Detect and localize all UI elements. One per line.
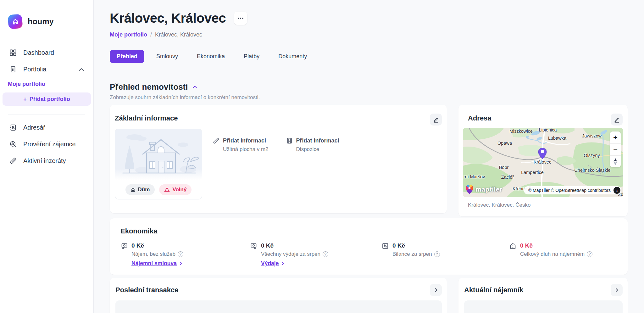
sidebar-item-portfolia[interactable]: Portfolia (0, 61, 93, 78)
tenant-open-button[interactable] (611, 284, 623, 296)
balance-icon (381, 242, 389, 250)
chevron-right-icon (281, 261, 284, 265)
chevron-right-icon (435, 288, 437, 292)
address-title: Adresa (468, 114, 623, 122)
economy-label: Všechny výdaje za srpen (261, 251, 320, 257)
more-options-button[interactable] (234, 12, 247, 25)
tab-prehled[interactable]: Přehled (110, 50, 144, 63)
collapse-chevron-up-icon[interactable] (192, 86, 197, 88)
dashboard-grid-icon (9, 49, 17, 56)
property-type-badge: Dům (125, 184, 155, 195)
map-label: rní Maršov (464, 174, 485, 179)
sidebar-item-aktivni-inzeraty[interactable]: Aktivní inzeráty (0, 153, 93, 169)
add-info-link[interactable]: Přidat informaci (223, 137, 266, 144)
help-icon[interactable] (434, 251, 440, 257)
house-illustration (115, 129, 202, 180)
transactions-title: Poslední transakce (115, 286, 179, 294)
edit-basic-info-button[interactable] (430, 114, 442, 126)
tab-platby[interactable]: Platby (237, 50, 266, 63)
rent-contract-link[interactable]: Nájemní smlouva (131, 260, 183, 267)
tenant-title: Aktuální nájemník (464, 286, 523, 294)
rent-income-icon (120, 242, 128, 250)
economy-item-rent: 0 Kč Nájem, bez služeb Nájemní smlouva (120, 242, 250, 267)
map-label: Královec (534, 159, 551, 165)
basic-info-title: Základní informace (115, 114, 442, 122)
map-pin-icon (538, 148, 547, 159)
search-person-icon (9, 141, 17, 148)
section-title: Přehled nemovitosti (110, 82, 188, 92)
page-title: Královec, Královec (110, 11, 226, 26)
zoom-in-button[interactable]: + (610, 131, 621, 143)
maptiler-logo[interactable]: maptiler (465, 184, 502, 194)
map-label: Lipienica (539, 128, 557, 132)
economy-label: Bilance za srpen (392, 251, 432, 257)
tab-smlouvy[interactable]: Smlouvy (149, 50, 185, 63)
map-label: Miszkowice (509, 129, 533, 134)
sidebar-item-provereni-zajemce[interactable]: Prověření zájemce (0, 136, 93, 153)
economy-label: Nájem, bez služeb (131, 251, 175, 257)
add-info-link[interactable]: Přidat informaci (296, 137, 339, 144)
map-label: Bobr (499, 165, 509, 170)
sidebar-link-my-portfolio[interactable]: Moje portfolio (0, 78, 93, 87)
sidebar-item-label: Adresář (23, 124, 45, 131)
ruler-icon (213, 137, 219, 144)
property-photo-placeholder: Dům Volný (115, 129, 202, 199)
add-info-area-item: Přidat informaci Užitná plocha v m2 (213, 137, 269, 199)
breadcrumb-current: Královec, Královec (155, 31, 202, 38)
tab-ekonomika[interactable]: Ekonomika (190, 50, 232, 63)
sidebar-divider (8, 115, 85, 115)
edit-address-button[interactable] (611, 114, 623, 126)
plus-icon: + (23, 96, 27, 103)
economy-value: 0 Kč (131, 242, 183, 249)
expenses-icon (250, 242, 258, 250)
map[interactable]: Miszkowice Lipienica Lubawka Jawiszów Op… (463, 128, 623, 197)
occupancy-status-badge: Volný (159, 184, 192, 195)
breadcrumb: Moje portfolio / Královec, Královec (110, 31, 628, 39)
houmy-logo-icon (8, 14, 23, 29)
economy-item-debt: 0 Kč Celkový dluh na nájemném (509, 242, 617, 267)
economy-item-expenses: 0 Kč Všechny výdaje za srpen Výdaje (250, 242, 381, 267)
tab-bar: Přehled Smlouvy Ekonomika Platby Dokumen… (110, 50, 628, 63)
sidebar-item-label: Portfolia (23, 66, 46, 73)
help-icon[interactable] (178, 251, 183, 257)
app-name: houmy (28, 17, 54, 26)
rent-debt-icon (509, 242, 517, 250)
pencil-icon (614, 117, 620, 123)
help-icon[interactable] (323, 251, 328, 257)
sidebar-item-label: Dashboard (23, 49, 54, 56)
map-label: Žacléř (501, 175, 514, 180)
last-transactions-card: Poslední transakce (110, 278, 447, 313)
map-label: Olszyny (584, 153, 600, 158)
app-logo[interactable]: houmy (0, 0, 93, 29)
tab-dokumenty[interactable]: Dokumenty (271, 50, 314, 63)
zoom-out-button[interactable]: − (610, 143, 621, 155)
door-icon (286, 137, 293, 144)
pencil-icon (433, 117, 439, 123)
compass-button[interactable] (610, 155, 621, 167)
sidebar-item-adresar[interactable]: Adresář (0, 119, 93, 136)
chevron-right-icon (615, 288, 618, 292)
economy-value: 0 Kč (392, 242, 440, 249)
warning-icon (164, 187, 170, 192)
map-label: Jawiszów (582, 133, 602, 138)
add-portfolio-button[interactable]: + Přidat portfolio (3, 92, 91, 106)
help-icon[interactable] (587, 251, 592, 257)
economy-label: Celkový dluh na nájemném (520, 251, 585, 257)
sidebar-item-label: Prověření zájemce (23, 141, 76, 148)
sidebar-item-dashboard[interactable]: Dashboard (0, 44, 93, 61)
economy-value: 0 Kč (261, 242, 328, 249)
ruler-icon (9, 157, 17, 165)
expenses-link[interactable]: Výdaje (261, 260, 328, 267)
info-icon[interactable] (613, 187, 620, 194)
building-icon (9, 66, 17, 73)
add-info-layout-item: Přidat informaci Dispozice (286, 137, 339, 199)
add-info-sublabel: Užitná plocha v m2 (223, 146, 269, 153)
economy-value-debt: 0 Kč (520, 242, 592, 249)
transactions-open-button[interactable] (430, 284, 442, 296)
chevron-up-icon (79, 68, 84, 71)
address-card: Adresa (458, 105, 628, 216)
breadcrumb-parent-link[interactable]: Moje portfolio (110, 31, 147, 38)
section-subtitle: Zobrazuje souhrn základních informací o … (110, 94, 628, 101)
map-attribution: © MapTiler © OpenStreetMap contributors (524, 186, 621, 194)
map-label: Lubawka (548, 136, 566, 141)
